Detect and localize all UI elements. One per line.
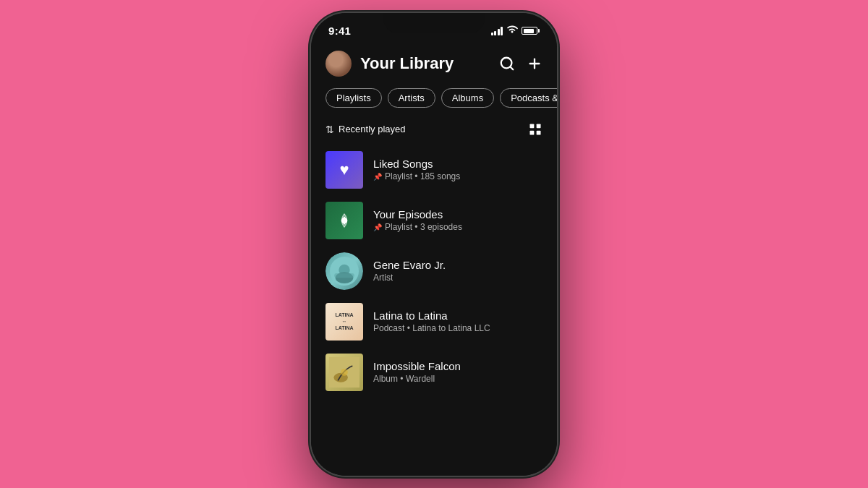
wifi-icon [506,25,518,36]
heart-icon: ♥ [339,160,349,179]
album-art-icon [329,357,359,388]
list-item[interactable]: ♥ Liked Songs 📌 Playlist • 185 songs [326,145,542,194]
svg-line-1 [510,67,513,69]
phone-frame: 9:41 [311,13,557,476]
item-sub: Album • Wardell [373,374,542,384]
item-meta: Podcast • Latina to Latina LLC [373,323,490,333]
filter-podcasts[interactable]: Podcasts & Sho [500,88,557,108]
list-item[interactable]: Your Episodes 📌 Playlist • 3 episodes [326,196,542,245]
item-name: Your Episodes [373,208,542,221]
item-info: Liked Songs 📌 Playlist • 185 songs [373,158,542,181]
item-sub: Podcast • Latina to Latina LLC [373,323,542,333]
svg-rect-6 [530,130,535,134]
page-title: Your Library [360,54,454,73]
item-info: Gene Evaro Jr. Artist [373,259,542,283]
item-info: Your Episodes 📌 Playlist • 3 episodes [373,208,542,232]
pin-icon: 📌 [373,223,382,231]
avatar-image [326,51,352,77]
status-icons [491,25,540,36]
item-meta: Playlist • 185 songs [385,171,460,181]
filter-albums[interactable]: Albums [441,88,494,108]
sort-text: Recently played [339,124,406,134]
item-sub: 📌 Playlist • 185 songs [373,171,542,181]
item-name: Liked Songs [373,158,542,170]
item-name: Gene Evaro Jr. [373,259,542,271]
podcast-thumb: LATINA↔LATINA [326,303,363,341]
battery-icon [522,27,540,35]
episodes-thumb [326,202,363,239]
list-item[interactable]: LATINA↔LATINA Latina to Latina Podcast •… [326,297,542,346]
sort-label[interactable]: ⇅ Recently played [326,124,406,135]
svg-point-16 [341,369,348,376]
item-name: Impossible Falcon [373,360,542,372]
signal-bars-icon [491,27,503,35]
library-list: ♥ Liked Songs 📌 Playlist • 185 songs [311,145,557,397]
podcast-wave-icon [335,211,354,230]
latina-logo-text: LATINA↔LATINA [335,312,353,331]
item-meta: Album • Wardell [373,374,435,384]
svg-rect-12 [334,273,354,278]
item-sub: 📌 Playlist • 3 episodes [373,222,542,232]
sort-bar: ⇅ Recently played [311,119,557,145]
avatar[interactable] [326,51,352,77]
add-button[interactable] [527,56,542,72]
header-left: Your Library [326,51,454,77]
phone-screen: 9:41 [311,13,557,476]
item-name: Latina to Latina [373,309,542,322]
item-meta: Artist [373,273,393,283]
item-meta: Playlist • 3 episodes [385,222,462,232]
svg-rect-7 [537,130,541,134]
filter-playlists[interactable]: Playlists [326,88,382,108]
artist-thumb [326,252,363,290]
sort-arrows-icon: ⇅ [326,124,334,135]
pin-icon: 📌 [373,173,382,181]
filter-artists[interactable]: Artists [388,88,435,108]
page-header: Your Library [311,42,557,88]
svg-rect-5 [537,124,541,128]
item-info: Latina to Latina Podcast • Latina to Lat… [373,309,542,333]
search-button[interactable] [499,56,515,72]
liked-songs-thumb: ♥ [326,151,363,189]
item-sub: Artist [373,273,542,283]
list-item[interactable]: Gene Evaro Jr. Artist [326,247,542,296]
header-actions [499,56,542,72]
svg-rect-4 [530,124,535,128]
item-info: Impossible Falcon Album • Wardell [373,360,542,384]
list-item[interactable]: Impossible Falcon Album • Wardell [326,348,542,397]
artist-image-icon [330,257,359,286]
album-thumb [326,354,363,391]
phone-notch [383,13,485,33]
grid-view-button[interactable] [528,122,542,137]
filter-chips: Playlists Artists Albums Podcasts & Sho [311,88,557,119]
status-time: 9:41 [328,25,351,37]
